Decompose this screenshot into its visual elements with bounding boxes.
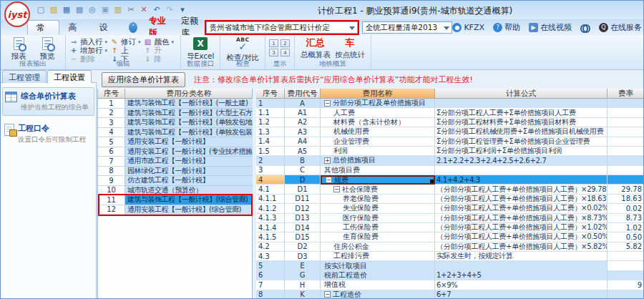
fee-row[interactable]: 4.3D3工程排污费实际发生时，按规定计算 <box>256 252 644 261</box>
total-estimate-table-button[interactable]: 汇总总概算表 <box>298 36 333 61</box>
fee-row[interactable]: 4.1.2D12失业保险费（分部分项工程人工费+单价措施项目人工费）×0.02%… <box>256 204 644 213</box>
station-statistics-button[interactable]: 车按点统计 <box>333 36 367 61</box>
collapse-icon[interactable]: − <box>324 291 331 298</box>
chevron-down-icon <box>444 26 449 30</box>
view-pane-4-icon[interactable]: 4 <box>280 49 290 57</box>
fee-row[interactable]: 4.2D2住房公积金（分部分项工程人工费+单价措施项目人工费）×5.82%5.8… <box>256 242 644 252</box>
category-row[interactable]: 5通用安装工程【一般计税】 <box>98 137 252 147</box>
ribbon-tab-settings[interactable]: 设置 <box>91 20 122 34</box>
view-pane-1-icon[interactable]: 1 <box>269 39 278 47</box>
tab-project-management[interactable]: 工程管理 <box>2 70 47 83</box>
save-all-icon[interactable]: ▩ <box>74 4 85 15</box>
kfzx-link[interactable]: ●KFZX <box>452 23 484 32</box>
paste-icon[interactable]: ▥ <box>112 4 124 15</box>
fee-row[interactable]: 4.1.4D14工伤保险费（分部分项工程人工费+单价措施项目人工费）×1.02%… <box>256 223 644 232</box>
save-icon[interactable]: ▦ <box>61 4 72 15</box>
fee-cell-code: D13 <box>285 214 321 223</box>
help-link[interactable]: ?帮助 <box>493 22 520 33</box>
fee-row[interactable]: 1.2A2材料费（含未计价材）Σ分部分项工程材料费+Σ单价措施项目材料费 <box>256 118 644 127</box>
category-row[interactable]: 4建筑与装饰工程【一般计税】(单独发包装饰) <box>98 128 252 138</box>
sidebar-item-subtitle: 设置口令后可限制工程... <box>18 135 86 144</box>
color-button[interactable]: ▧颜色▾ <box>144 39 175 46</box>
revise-button[interactable]: ✎修订▾ <box>110 39 141 46</box>
copy-icon[interactable]: ▣ <box>99 4 111 15</box>
qat-more-icon[interactable]: ▾ <box>177 4 188 15</box>
fee-cell-name: +总价措施项目 <box>321 156 435 165</box>
fee-cell-seq: 1.1 <box>256 108 285 117</box>
fee-row[interactable]: 4.1.5D15生育保险费（分部分项工程人工费+单价措施项目人工费）×0.50%… <box>256 232 644 242</box>
category-row[interactable]: 3建筑与装饰工程【一般计税】(单独发包地基) <box>98 118 252 128</box>
category-row[interactable]: 1建筑与装饰工程【一般计税】(一般土建) <box>98 99 252 109</box>
sidebar-item-title: 工程口令 <box>18 123 86 134</box>
tab-project-settings[interactable]: 工程设置 <box>47 70 92 83</box>
category-row-name: 建筑与装饰工程【一般计税】(综合管廊) <box>125 195 253 205</box>
fee-cell-rate <box>608 147 644 156</box>
online-video-link[interactable]: ▶在线视频 <box>529 22 572 33</box>
category-row[interactable]: 6通用安装工程【一般计税】(专业技术措施) <box>98 147 252 157</box>
sidebar-item-project-password[interactable]: 工程口令 设置口令后可限制工程... <box>2 120 94 147</box>
category-row[interactable]: 10城市轨道交通（预算价） <box>98 186 252 196</box>
fee-row[interactable]: 1.5A5利润Σ分部分项工程利润+Σ单价措施项目利润 <box>256 147 644 156</box>
fee-cell-seq: 4.1.1 <box>256 195 285 204</box>
promote-button[interactable]: ⇑升 <box>144 47 175 54</box>
sidebar-item-unit-price-table[interactable]: 综合单价计算表 维护当前工程的综合单... <box>2 87 94 116</box>
category-row[interactable]: 2建筑与装饰工程【一般计税】(大型土石方) <box>98 109 252 119</box>
new-file-icon[interactable]: ▢ <box>35 4 47 15</box>
view-pane-2-icon[interactable]: 2 <box>280 39 290 47</box>
move-up-button[interactable]: ↑上 <box>110 47 141 54</box>
fee-row[interactable]: 4.1.1D11养老保险费（分部分项工程人工费+单价措施项目人工费）×18.63… <box>256 195 644 204</box>
fee-row[interactable]: 1.3A3机械使用费Σ分部分项工程机械使用费+Σ单价措施项目机械使用费 <box>256 127 644 137</box>
print-preview-icon[interactable]: ◎ <box>87 4 98 15</box>
export-excel-button[interactable]: X导Excel <box>185 36 216 62</box>
chevron-down-icon: ▾ <box>138 39 141 45</box>
fee-row[interactable]: 8K−工程造价6+7 <box>256 290 644 299</box>
bill-list-dropdown[interactable]: 全统工程量清单2013 <box>362 21 453 34</box>
redo-icon[interactable]: ↷ <box>164 4 175 15</box>
fee-row[interactable]: 1A−分部分项工程及单价措施项目 <box>256 99 644 108</box>
category-row[interactable]: 8园林绿化工程【一般计税】 <box>98 167 252 177</box>
fee-row[interactable]: 1.1A1人工费Σ分部分项工程人工费+Σ单价措施项目人工费 <box>256 108 644 117</box>
category-row[interactable]: 11建筑与装饰工程【一般计税】(综合管廊) <box>98 195 252 205</box>
ribbon: 报表 预览 报表输出 ⇒插入行▾ +增加行▾ −删除 ✎修订▾ ↑上 ↓下 ▧颜… <box>1 35 644 70</box>
online-service-link[interactable]: Q在线服务 <box>599 22 642 33</box>
fee-row[interactable]: 4D−规费4.1+4.2+4.3 <box>256 175 644 185</box>
report-button[interactable]: 报表 <box>4 36 33 62</box>
category-row-seq: 10 <box>98 186 125 196</box>
fee-row[interactable]: 3C其他项目费 <box>256 166 644 175</box>
collapse-icon[interactable]: − <box>326 177 332 183</box>
ribbon-tab-advanced[interactable]: 高级 <box>59 20 90 34</box>
search-button[interactable] <box>580 24 590 31</box>
insert-row-button[interactable]: ⇒插入行▾ <box>69 39 107 46</box>
collapse-ribbon-icon[interactable]: ˄ <box>129 22 137 33</box>
fee-row[interactable]: 7H增值税6×9%9 <box>256 280 644 290</box>
fee-cell-rate <box>608 290 644 299</box>
apply-unit-price-table-button[interactable]: 应用综合单价计算表 <box>102 72 185 87</box>
category-row[interactable]: 9仿古建筑工程【一般计税】 <box>98 176 252 186</box>
fee-cell-formula: Σ分部分项工程机械使用费+Σ单价措施项目机械使用费 <box>435 127 608 137</box>
collapse-icon[interactable]: − <box>333 186 340 192</box>
fee-row[interactable]: 1.4A4企业管理费Σ分部分项工程管理费+Σ单价措施项目企业管理费 <box>256 137 644 147</box>
fee-cell-code: D15 <box>285 232 321 242</box>
collapse-icon[interactable]: − <box>324 100 331 107</box>
fee-cell-code: D12 <box>285 204 321 213</box>
fee-row[interactable]: 2B+总价措施项目2.1+2.2+2.3+2.4+2.5+2.6+2.7 <box>256 156 644 165</box>
category-row[interactable]: 12通用安装工程【一般计税】(综合管廊) <box>98 205 252 215</box>
delete-icon[interactable]: ✕ <box>138 4 150 15</box>
category-row-seq: 5 <box>98 137 125 147</box>
fee-row[interactable]: 4.1.3D13医疗保险费（分部分项工程人工费+单价措施项目人工费）×8.73%… <box>256 214 644 223</box>
ribbon-tab-common[interactable]: 常用 <box>27 20 59 34</box>
fee-row[interactable]: 6G税前工程造价1+2+3+4+5 <box>256 271 644 280</box>
fee-row[interactable]: 4.1D1−社会保障费（分部分项工程人工费+单价措施项目人工费）×29.78%2… <box>256 185 644 194</box>
view-pane-3-icon[interactable]: 3 <box>269 49 278 57</box>
fee-cell-rate: 0.50 <box>608 232 644 242</box>
fee-row[interactable]: 5E按实计取项目 <box>256 261 644 270</box>
expand-icon[interactable]: + <box>324 157 331 164</box>
undo-icon[interactable]: ↶ <box>151 4 162 15</box>
fee-cell-name: 按实计取项目 <box>321 261 435 270</box>
quota-library-dropdown[interactable]: 贵州省城市地下综合管廊工程计价定 <box>206 21 358 34</box>
open-file-icon[interactable]: ▨ <box>48 4 59 15</box>
cut-icon[interactable]: ✂ <box>125 4 137 15</box>
preview-button[interactable]: 预览 <box>33 36 62 62</box>
add-row-button[interactable]: +增加行▾ <box>69 47 107 54</box>
category-row[interactable]: 7通用市政工程【一般计税】 <box>98 157 252 167</box>
